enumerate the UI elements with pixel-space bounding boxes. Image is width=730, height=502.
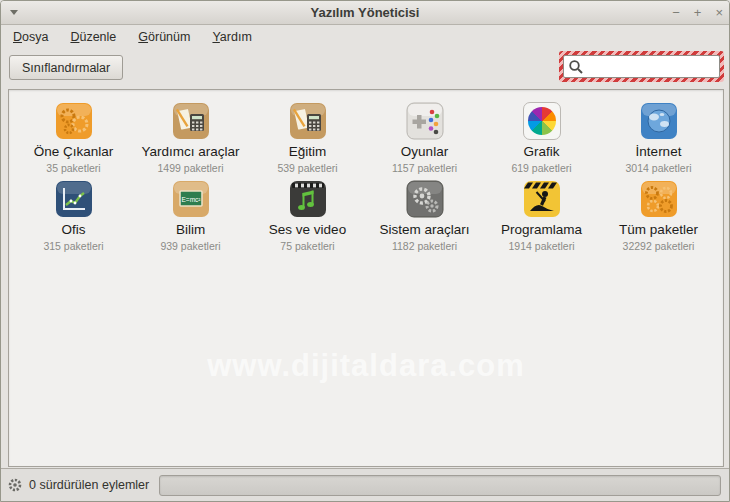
menu-yardim-rest: ardım [220, 30, 252, 44]
category-name: Öne Çıkanlar [34, 144, 114, 160]
category-count: 1157 paketleri [392, 162, 457, 174]
category-system-tools[interactable]: Sistem araçları 1182 paketleri [366, 180, 483, 252]
category-education[interactable]: Eğitim 539 paketleri [249, 102, 366, 174]
color-wheel [528, 107, 556, 135]
category-name: Oyunlar [401, 144, 448, 160]
software-manager-window: Yazılım Yöneticisi − + × Dosya Düzenle G… [0, 0, 730, 502]
category-name: İnternet [636, 144, 682, 160]
category-count: 35 paketleri [46, 162, 100, 174]
menu-duzenle[interactable]: Düzenle [70, 30, 116, 44]
category-graphics[interactable]: Grafik 619 paketleri [483, 102, 600, 174]
category-science[interactable]: E=mc² Bilim 939 paketleri [132, 180, 249, 252]
categories-button[interactable]: Sınıflandırmalar [9, 55, 123, 80]
featured-icon [55, 102, 93, 140]
category-name: Grafik [523, 144, 559, 160]
category-name: Ses ve video [269, 222, 346, 238]
category-count: 539 paketleri [277, 162, 337, 174]
category-count: 3014 paketleri [626, 162, 692, 174]
chevron-down-icon [10, 10, 18, 15]
menu-yardim[interactable]: Yardım [212, 30, 251, 44]
search-icon [568, 59, 584, 75]
window-title: Yazılım Yöneticisi [1, 5, 729, 20]
category-count: 315 paketleri [43, 240, 103, 252]
category-name: Sistem araçları [379, 222, 469, 238]
sound-video-icon [289, 180, 327, 218]
category-all-packages[interactable]: Tüm paketler 32292 paketleri [600, 180, 717, 252]
window-menu-button[interactable] [1, 1, 27, 24]
accessories-icon [172, 102, 210, 140]
menu-dosya-accel: D [13, 30, 22, 44]
window-controls: − + × [672, 1, 723, 24]
search-input[interactable] [584, 60, 715, 74]
search-box[interactable] [563, 55, 720, 78]
category-count: 75 paketleri [280, 240, 334, 252]
category-name: Eğitim [289, 144, 327, 160]
internet-icon [640, 102, 678, 140]
category-programming[interactable]: Programlama 1914 paketleri [483, 180, 600, 252]
categories-panel: Öne Çıkanlar 35 paketleri [8, 89, 724, 467]
category-count: 939 paketleri [160, 240, 220, 252]
menu-gorunum[interactable]: Görünüm [138, 30, 190, 44]
category-name: Tüm paketler [619, 222, 698, 238]
ongoing-actions-label: 0 sürdürülen eylemler [29, 478, 149, 492]
gear-icon [7, 477, 23, 493]
close-button[interactable]: × [715, 6, 723, 19]
category-name: Programlama [501, 222, 582, 238]
menu-dosya-rest: osya [22, 30, 48, 44]
menu-yardim-accel: Y [212, 30, 219, 44]
maximize-button[interactable]: + [694, 6, 702, 19]
science-icon: E=mc² [172, 180, 210, 218]
menu-duzenle-rest: üzenle [79, 30, 116, 44]
statusbar: 0 sürdürülen eylemler [1, 468, 729, 501]
graphics-icon [523, 102, 561, 140]
menu-dosya[interactable]: Dosya [13, 30, 48, 44]
system-tools-icon [406, 180, 444, 218]
watermark: www.dijitaldara.com [9, 348, 723, 384]
toolbar: Sınıflandırmalar [1, 48, 729, 89]
menu-gorunum-accel: G [138, 30, 148, 44]
programming-icon [523, 180, 561, 218]
menu-gorunum-rest: örünüm [148, 30, 190, 44]
menubar: Dosya Düzenle Görünüm Yardım [1, 26, 729, 48]
category-name: Ofis [61, 222, 85, 238]
category-name: Bilim [176, 222, 205, 238]
svg-text:E=mc²: E=mc² [181, 196, 201, 203]
category-games[interactable]: Oyunlar 1157 paketleri [366, 102, 483, 174]
category-count: 1499 paketleri [158, 162, 224, 174]
category-count: 619 paketleri [511, 162, 571, 174]
minimize-button[interactable]: − [672, 6, 680, 19]
category-accessories[interactable]: Yardımcı araçlar 1499 paketleri [132, 102, 249, 174]
category-count: 32292 paketleri [623, 240, 695, 252]
category-sound-video[interactable]: Ses ve video 75 paketleri [249, 180, 366, 252]
education-icon [289, 102, 327, 140]
category-office[interactable]: Ofis 315 paketleri [15, 180, 132, 252]
category-grid: Öne Çıkanlar 35 paketleri [9, 90, 723, 252]
category-featured[interactable]: Öne Çıkanlar 35 paketleri [15, 102, 132, 174]
games-icon [406, 102, 444, 140]
all-packages-icon [640, 180, 678, 218]
search-highlight-annotation [559, 51, 724, 82]
category-count: 1914 paketleri [509, 240, 575, 252]
titlebar: Yazılım Yöneticisi − + × [1, 1, 729, 25]
category-count: 1182 paketleri [392, 240, 457, 252]
category-name: Yardımcı araçlar [141, 144, 239, 160]
progress-bar [159, 475, 721, 496]
category-internet[interactable]: İnternet 3014 paketleri [600, 102, 717, 174]
office-icon [55, 180, 93, 218]
